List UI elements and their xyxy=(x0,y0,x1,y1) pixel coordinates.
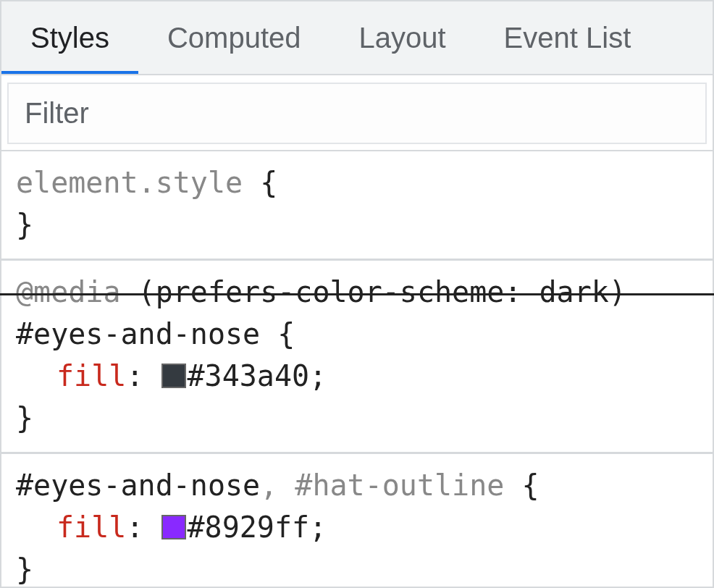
color-swatch-icon[interactable] xyxy=(161,515,186,539)
strikethrough-icon xyxy=(0,293,714,295)
open-brace: { xyxy=(260,166,277,199)
selector[interactable]: element.style xyxy=(16,166,243,199)
tabs-bar: Styles Computed Layout Event List xyxy=(1,1,713,75)
selector[interactable]: #eyes-and-nose xyxy=(16,317,260,350)
css-property[interactable]: fill xyxy=(56,511,126,544)
filter-input[interactable] xyxy=(7,83,707,144)
tab-layout[interactable]: Layout xyxy=(330,1,475,74)
semicolon: ; xyxy=(309,359,327,392)
declaration[interactable]: fill: #343a40; xyxy=(16,355,698,397)
comma: , xyxy=(260,469,277,502)
at-rule-keyword[interactable]: @media xyxy=(16,275,121,308)
css-value[interactable]: #343a40 xyxy=(188,359,310,392)
colon: : xyxy=(126,511,143,544)
selector-active[interactable]: #eyes-and-nose xyxy=(16,469,260,502)
css-value[interactable]: #8929ff xyxy=(188,511,310,544)
rule-media-dark[interactable]: @media (prefers-color-scheme: dark) #eye… xyxy=(1,261,713,454)
selector-inactive[interactable]: #hat-outline xyxy=(295,469,504,502)
tab-event-listeners[interactable]: Event List xyxy=(475,1,660,74)
open-brace: { xyxy=(521,469,539,502)
media-query[interactable]: (prefers-color-scheme: dark) xyxy=(138,275,626,308)
color-swatch-icon[interactable] xyxy=(161,364,186,388)
rule-element-style[interactable]: element.style { } xyxy=(1,151,713,261)
tab-computed[interactable]: Computed xyxy=(138,1,330,74)
close-brace: } xyxy=(16,553,33,586)
semicolon: ; xyxy=(309,511,327,544)
filter-row xyxy=(1,75,713,151)
rule-eyes-and-nose-hat[interactable]: #eyes-and-nose, #hat-outline { fill: #89… xyxy=(1,454,713,588)
declaration-overridden[interactable]: fill: #8929ff; xyxy=(16,506,698,548)
css-property[interactable]: fill xyxy=(56,359,126,392)
close-brace: } xyxy=(16,208,33,241)
open-brace: { xyxy=(277,317,295,350)
colon: : xyxy=(126,359,143,392)
close-brace: } xyxy=(16,401,33,434)
styles-panel: Styles Computed Layout Event List elemen… xyxy=(0,0,714,588)
tab-styles[interactable]: Styles xyxy=(1,1,138,74)
